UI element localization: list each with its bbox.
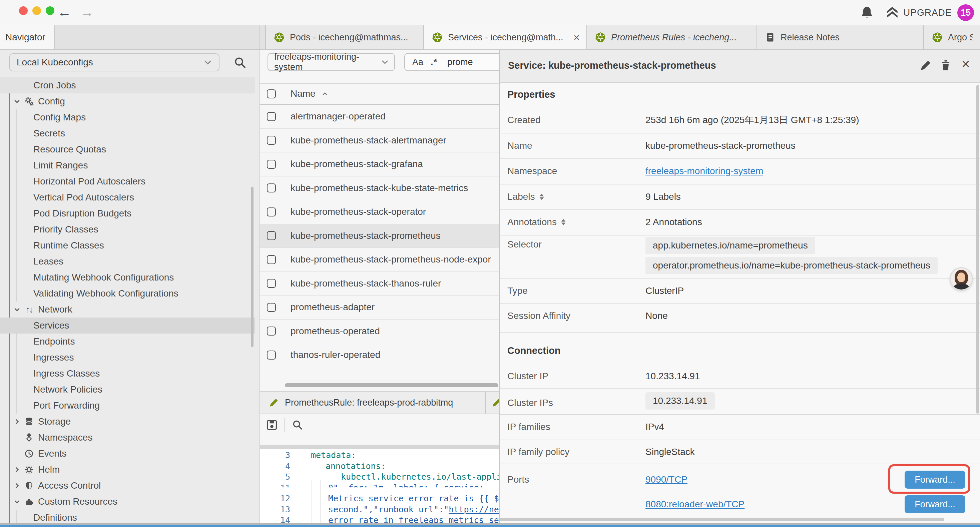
sidebar-item-priority-classes[interactable]: Priority Classes bbox=[0, 221, 255, 237]
table-row[interactable]: kube-prometheus-stack-prometheus-node-ex… bbox=[260, 248, 500, 272]
sidebar-item-events[interactable]: Events bbox=[0, 446, 255, 462]
back-button[interactable]: ← bbox=[57, 3, 72, 21]
assistant-avatar[interactable] bbox=[951, 268, 972, 290]
sidebar-item-limit-ranges[interactable]: Limit Ranges bbox=[0, 158, 255, 174]
table-row-selected[interactable]: kube-prometheus-stack-prometheus bbox=[260, 224, 500, 248]
chevron-right-icon[interactable] bbox=[13, 482, 21, 489]
row-checkbox[interactable] bbox=[267, 255, 276, 264]
tab-release-notes[interactable]: Release Notes bbox=[757, 25, 924, 49]
row-checkbox[interactable] bbox=[267, 326, 276, 336]
sidebar-group-helm[interactable]: Helm bbox=[0, 462, 255, 478]
sort-ascending-icon[interactable] bbox=[321, 91, 328, 96]
save-icon[interactable] bbox=[266, 419, 278, 431]
select-all-checkbox[interactable] bbox=[267, 89, 276, 99]
forward-button[interactable]: Forward... bbox=[905, 495, 965, 513]
editor-tab-partial[interactable] bbox=[486, 392, 500, 414]
column-header-name[interactable]: Name bbox=[291, 88, 315, 99]
notification-count-badge[interactable]: 15 bbox=[957, 4, 974, 21]
namespace-link[interactable]: freeleaps-monitoring-system bbox=[646, 165, 763, 177]
details-horizontal-scrollbar[interactable] bbox=[500, 517, 943, 521]
sidebar-item-network-policies[interactable]: Network Policies bbox=[0, 382, 255, 398]
tab-close-icon[interactable]: × bbox=[573, 32, 580, 42]
match-case-toggle[interactable]: Aa bbox=[412, 57, 423, 67]
editor-tab-prometheusrule[interactable]: PrometheusRule: freeleaps-prod-rabbitmq bbox=[260, 392, 486, 414]
editor-scroll-track[interactable] bbox=[260, 445, 500, 449]
row-checkbox[interactable] bbox=[267, 207, 276, 217]
chevron-down-icon[interactable] bbox=[13, 498, 21, 505]
delete-trash-icon[interactable] bbox=[940, 59, 951, 72]
namespace-select[interactable]: freeleaps-monitoring-system bbox=[267, 53, 395, 71]
row-checkbox[interactable] bbox=[267, 112, 276, 121]
sidebar-search-icon[interactable] bbox=[234, 56, 247, 69]
sidebar-item-port-forwarding[interactable]: Port Forwarding bbox=[0, 398, 255, 414]
sidebar-item-mutating-webhook-configurations[interactable]: Mutating Webhook Configurations bbox=[0, 269, 255, 285]
port-link[interactable]: 8080:reloader-web/TCP bbox=[646, 498, 745, 510]
row-checkbox[interactable] bbox=[267, 183, 276, 193]
chevron-down-icon[interactable] bbox=[13, 98, 21, 105]
regex-toggle[interactable]: .* bbox=[431, 57, 437, 67]
navigator-panel-tab[interactable]: Navigator bbox=[0, 25, 55, 49]
table-row[interactable]: kube-prometheus-stack-thanos-ruler bbox=[260, 272, 500, 296]
sidebar-group-storage[interactable]: Storage bbox=[0, 414, 255, 430]
tab-services[interactable]: Services - icecheng@math... × bbox=[424, 25, 587, 49]
close-icon[interactable]: × bbox=[962, 56, 970, 72]
table-row[interactable]: alertmanager-operated bbox=[260, 105, 500, 129]
sidebar-item-endpoints[interactable]: Endpoints bbox=[0, 334, 255, 350]
edit-pencil-icon[interactable] bbox=[920, 59, 932, 72]
upgrade-button[interactable]: UPGRADE bbox=[903, 7, 951, 18]
window-minimize-light[interactable] bbox=[32, 6, 41, 15]
sidebar-item-ingress-classes[interactable]: Ingress Classes bbox=[0, 366, 255, 382]
sidebar-item-resource-quotas[interactable]: Resource Quotas bbox=[0, 142, 255, 158]
sidebar-item-vertical-pod-autoscalers[interactable]: Vertical Pod Autoscalers bbox=[0, 189, 255, 205]
forward-button[interactable]: Forward... bbox=[905, 471, 965, 489]
sidebar-group-access-control[interactable]: Access Control bbox=[0, 478, 255, 494]
runbook-url-link[interactable]: https://net bbox=[449, 505, 500, 514]
sort-updown-icon[interactable] bbox=[539, 193, 544, 201]
sidebar-item-namespaces[interactable]: Namespaces bbox=[0, 430, 255, 446]
row-checkbox[interactable] bbox=[267, 160, 276, 169]
details-vertical-scrollbar[interactable] bbox=[976, 85, 979, 414]
sidebar-item-horizontal-pod-autoscalers[interactable]: Horizontal Pod Autoscalers bbox=[0, 174, 255, 189]
sidebar-group-config[interactable]: Config bbox=[0, 93, 255, 110]
sidebar-group-custom-resources[interactable]: Custom Resources bbox=[0, 494, 255, 509]
row-checkbox[interactable] bbox=[267, 303, 276, 312]
tab-pods[interactable]: Pods - icecheng@mathmas... bbox=[265, 25, 424, 49]
table-row[interactable]: kube-prometheus-stack-operator bbox=[260, 200, 500, 224]
row-checkbox[interactable] bbox=[267, 350, 276, 360]
notifications-bell-icon[interactable] bbox=[860, 5, 874, 19]
window-close-light[interactable] bbox=[19, 6, 28, 15]
sidebar-item-cron-jobs[interactable]: Cron Jobs bbox=[0, 77, 255, 93]
sidebar-item-ingresses[interactable]: Ingresses bbox=[0, 350, 255, 366]
sidebar-item-pod-disruption-budgets[interactable]: Pod Disruption Budgets bbox=[0, 205, 255, 221]
chevron-right-icon[interactable] bbox=[13, 418, 21, 425]
window-zoom-light[interactable] bbox=[46, 6, 54, 15]
table-row[interactable]: kube-prometheus-stack-grafana bbox=[260, 153, 500, 177]
filter-search-input[interactable]: Aa .* prome bbox=[404, 53, 500, 71]
sidebar-item-runtime-classes[interactable]: Runtime Classes bbox=[0, 237, 255, 253]
sidebar-scrollbar[interactable] bbox=[251, 187, 253, 347]
forward-button[interactable]: → bbox=[80, 3, 94, 21]
sort-updown-icon[interactable] bbox=[561, 218, 566, 226]
chevron-down-icon[interactable] bbox=[13, 306, 21, 313]
tab-argo[interactable]: Argo Se bbox=[924, 25, 980, 49]
row-checkbox[interactable] bbox=[267, 136, 276, 145]
sidebar-item-config-maps[interactable]: Config Maps bbox=[0, 110, 255, 126]
upgrade-chevrons-icon[interactable] bbox=[885, 5, 900, 19]
chevron-right-icon[interactable] bbox=[13, 466, 21, 473]
table-row[interactable]: thanos-ruler-operated bbox=[260, 343, 500, 367]
tab-prometheus-rules[interactable]: Prometheus Rules - icecheng... bbox=[587, 25, 757, 49]
table-row[interactable]: kube-prometheus-stack-kube-state-metrics bbox=[260, 177, 500, 201]
sidebar-group-network[interactable]: ↑↓ Network bbox=[0, 301, 255, 318]
sidebar-item-services[interactable]: Services bbox=[0, 318, 255, 334]
table-row[interactable]: kube-prometheus-stack-alertmanager bbox=[260, 129, 500, 153]
kubeconfig-select[interactable]: Local Kubeconfigs bbox=[10, 53, 220, 72]
yaml-editor[interactable]: 3metadata: 4annotations: 5kubectl.kubern… bbox=[260, 449, 500, 527]
sidebar-item-leases[interactable]: Leases bbox=[0, 253, 255, 269]
port-link[interactable]: 9090/TCP bbox=[646, 474, 687, 486]
horizontal-scrollbar[interactable] bbox=[285, 383, 498, 387]
sidebar-item-secrets[interactable]: Secrets bbox=[0, 126, 255, 142]
editor-search-icon[interactable] bbox=[292, 419, 303, 431]
sidebar-item-validating-webhook-configurations[interactable]: Validating Webhook Configurations bbox=[0, 285, 255, 301]
row-checkbox[interactable] bbox=[267, 231, 276, 240]
table-row[interactable]: prometheus-operated bbox=[260, 320, 500, 344]
